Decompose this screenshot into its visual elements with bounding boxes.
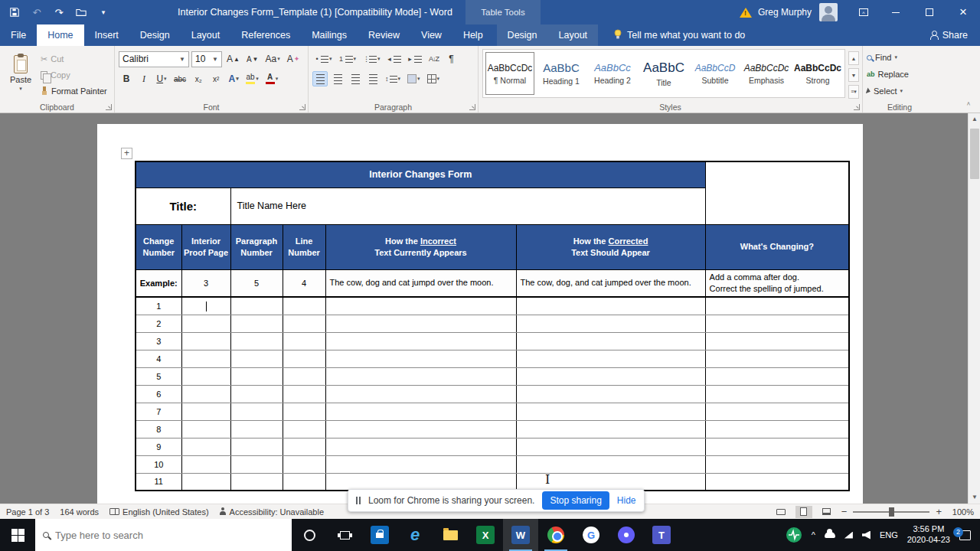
grow-font-button[interactable]: A▲ <box>224 51 242 67</box>
empty-cell[interactable] <box>516 315 705 332</box>
volume-icon[interactable] <box>862 531 871 540</box>
empty-cell[interactable] <box>283 438 325 455</box>
empty-cell[interactable] <box>325 367 516 385</box>
bold-button[interactable]: B <box>119 71 134 86</box>
empty-cell[interactable] <box>230 315 283 332</box>
align-center-button[interactable] <box>330 71 345 86</box>
open-icon[interactable] <box>74 5 88 19</box>
zoom-out-icon[interactable]: − <box>841 506 848 517</box>
header-corrected-text[interactable]: How the Corrected Text Should Appear <box>516 224 705 269</box>
task-view-button[interactable] <box>327 519 362 551</box>
ribbon-display-options-icon[interactable]: ^ <box>848 0 879 24</box>
header-incorrect-text[interactable]: How the Incorrect Text Currently Appears <box>325 224 516 269</box>
header-paragraph-number[interactable]: Paragraph Number <box>230 224 283 269</box>
styles-more-icon[interactable]: ≡▾ <box>848 85 859 99</box>
empty-cell[interactable] <box>181 420 230 438</box>
select-button[interactable]: Select ▾ <box>867 84 933 98</box>
style-emphasis[interactable]: AaBbCcDc Emphasis <box>742 52 791 95</box>
empty-cell[interactable] <box>705 367 849 385</box>
zoom-level[interactable]: 100% <box>948 507 974 517</box>
align-left-button[interactable] <box>312 71 328 86</box>
empty-cell[interactable] <box>181 297 230 315</box>
empty-cell[interactable] <box>283 473 325 491</box>
style-title[interactable]: AaBbC Title <box>639 52 688 95</box>
empty-cell[interactable] <box>516 438 705 455</box>
tab-table-design[interactable]: Design <box>497 24 548 46</box>
search-input[interactable] <box>55 530 254 541</box>
row-number-cell[interactable]: 11 <box>136 473 181 491</box>
tab-help[interactable]: Help <box>452 24 494 46</box>
empty-cell[interactable] <box>230 350 283 367</box>
format-painter-button[interactable]: Format Painter <box>41 84 107 98</box>
empty-cell[interactable] <box>516 297 705 315</box>
replace-button[interactable]: ab Replace <box>867 67 933 81</box>
row-number-cell[interactable]: 4 <box>136 350 181 367</box>
empty-cell[interactable] <box>705 315 849 332</box>
empty-cell[interactable] <box>230 367 283 385</box>
empty-cell[interactable] <box>325 473 516 491</box>
italic-button[interactable]: I <box>136 71 152 86</box>
row-number-cell[interactable]: 7 <box>136 403 181 420</box>
empty-cell[interactable] <box>325 332 516 350</box>
empty-cell[interactable] <box>705 403 849 420</box>
style-heading2[interactable]: AaBbCc Heading 2 <box>588 52 637 95</box>
minimize-button[interactable] <box>879 0 913 24</box>
store-taskbar-button[interactable] <box>362 519 397 551</box>
tab-table-layout[interactable]: Layout <box>548 24 599 46</box>
empty-cell[interactable] <box>325 420 516 438</box>
empty-cell[interactable] <box>283 385 325 403</box>
highlight-button[interactable]: ab▾ <box>243 71 261 86</box>
empty-cell[interactable] <box>705 332 849 350</box>
empty-cell[interactable] <box>181 315 230 332</box>
empty-cell[interactable] <box>705 420 849 438</box>
text-effects-button[interactable]: A▾ <box>226 71 241 86</box>
redo-icon[interactable]: ↷ <box>52 5 66 19</box>
empty-cell[interactable] <box>516 420 705 438</box>
empty-cell[interactable] <box>705 473 849 491</box>
empty-cell[interactable] <box>705 385 849 403</box>
decrease-indent-button[interactable]: ◂ <box>385 51 403 67</box>
example-corrected-cell[interactable]: The cow, dog, and cat jumped over the mo… <box>516 269 705 297</box>
style-heading1[interactable]: AaBbC Heading 1 <box>537 52 586 95</box>
empty-cell[interactable] <box>230 332 283 350</box>
row-number-cell[interactable]: 8 <box>136 420 181 438</box>
align-right-button[interactable] <box>348 71 363 86</box>
sort-button[interactable]: A↓Z <box>426 51 442 67</box>
styles-dialog-launcher-icon[interactable] <box>854 104 860 110</box>
word-taskbar-button[interactable]: W <box>503 519 538 551</box>
row-number-cell[interactable]: 6 <box>136 385 181 403</box>
copy-button[interactable]: Copy <box>41 68 107 82</box>
empty-cell[interactable] <box>325 297 516 315</box>
example-incorrect-cell[interactable]: The cow, dog and cat jumpd over the moon… <box>325 269 516 297</box>
scrollbar-thumb[interactable] <box>970 129 979 179</box>
empty-cell[interactable] <box>230 403 283 420</box>
header-interior-proof-page[interactable]: Interior Proof Page <box>181 224 230 269</box>
action-center-icon[interactable]: 2 <box>959 530 971 540</box>
language-indicator[interactable]: English (United States) <box>109 507 209 517</box>
justify-button[interactable] <box>365 71 381 86</box>
empty-cell[interactable] <box>705 455 849 473</box>
edge-taskbar-button[interactable]: e <box>397 519 433 551</box>
shrink-font-button[interactable]: A▼ <box>244 51 261 67</box>
share-button[interactable]: Share <box>918 24 980 46</box>
line-spacing-button[interactable]: ↕▾ <box>383 71 403 86</box>
paste-dropdown-icon[interactable]: ▾ <box>19 86 22 92</box>
read-mode-button[interactable] <box>773 506 789 518</box>
style-strong[interactable]: AaBbCcDc Strong <box>793 52 842 95</box>
clear-formatting-button[interactable]: A✦ <box>285 51 302 67</box>
tab-layout[interactable]: Layout <box>181 24 231 46</box>
strikethrough-button[interactable]: abc <box>172 71 188 86</box>
empty-cell[interactable] <box>283 315 325 332</box>
font-dialog-launcher-icon[interactable] <box>299 104 305 110</box>
empty-cell[interactable] <box>325 455 516 473</box>
input-language[interactable]: ENG <box>880 530 898 540</box>
empty-cell[interactable] <box>230 455 283 473</box>
multilevel-list-button[interactable]: ⋮▾ <box>361 51 383 67</box>
empty-cell[interactable] <box>181 473 230 491</box>
empty-cell[interactable] <box>516 332 705 350</box>
save-icon[interactable] <box>8 5 21 19</box>
example-changing-cell[interactable]: Add a comma after dog. Correct the spell… <box>705 269 849 297</box>
bullets-button[interactable]: •▾ <box>312 51 335 67</box>
table-move-handle-icon[interactable]: + <box>121 148 132 159</box>
row-number-cell[interactable]: 5 <box>136 367 181 385</box>
